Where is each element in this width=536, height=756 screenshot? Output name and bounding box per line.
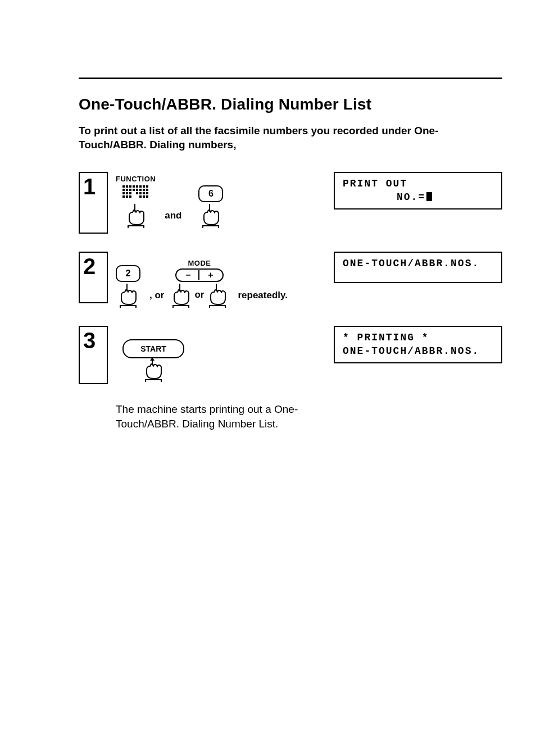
- display-line: ONE-TOUCH/ABBR.NOS.: [343, 345, 493, 358]
- step-1: 1 FUNCTION: [79, 172, 502, 234]
- press-hand-icon: [125, 202, 147, 228]
- svg-rect-13: [139, 189, 142, 191]
- display-line: PRINT OUT: [343, 177, 493, 190]
- svg-rect-14: [143, 189, 145, 191]
- cursor-icon: [426, 192, 432, 201]
- step-3: 3 START: [79, 326, 502, 384]
- svg-rect-8: [122, 189, 125, 191]
- key-6-group: 6: [198, 185, 223, 228]
- lcd-display-2: ONE-TOUCH/ABBR.NOS.: [334, 252, 502, 283]
- svg-rect-21: [143, 192, 145, 194]
- svg-rect-9: [126, 189, 128, 191]
- keypad-6: 6: [198, 185, 223, 202]
- display-line: NO.=: [343, 191, 493, 204]
- display-line: * PRINTING *: [343, 331, 493, 344]
- svg-rect-7: [146, 185, 148, 188]
- press-hand-icon: [142, 356, 165, 382]
- svg-rect-1: [126, 185, 128, 188]
- svg-rect-16: [122, 192, 125, 194]
- press-hand-icon: [199, 202, 222, 228]
- svg-rect-10: [129, 189, 131, 191]
- step-number: 1: [79, 172, 108, 234]
- function-label: FUNCTION: [116, 175, 156, 183]
- step-number: 3: [79, 326, 108, 384]
- result-text: The machine starts printing out a One-To…: [116, 402, 329, 431]
- mode-rocker: − +: [175, 268, 224, 282]
- svg-rect-23: [122, 195, 125, 198]
- lcd-display-3: * PRINTING * ONE-TOUCH/ABBR.NOS.: [334, 326, 502, 363]
- horizontal-rule: [79, 78, 502, 79]
- page-title: One-Touch/ABBR. Dialing Number List: [79, 95, 502, 113]
- step-number: 2: [79, 252, 108, 303]
- svg-rect-27: [143, 195, 145, 198]
- svg-rect-20: [139, 192, 142, 194]
- svg-rect-18: [129, 192, 131, 194]
- svg-rect-26: [139, 195, 142, 198]
- manual-page: One-Touch/ABBR. Dialing Number List To p…: [0, 0, 536, 756]
- press-hand-icon: [117, 282, 139, 308]
- press-hand-icon: [206, 282, 229, 308]
- conjunction-comma-or: , or: [149, 290, 164, 301]
- svg-rect-25: [129, 195, 131, 198]
- svg-rect-22: [146, 192, 148, 194]
- mode-minus: −: [178, 270, 199, 280]
- keypad-2: 2: [116, 265, 140, 282]
- lcd-display-1: PRINT OUT NO.=: [334, 172, 502, 210]
- mode-minus-group: MODE − +: [170, 259, 229, 308]
- svg-rect-24: [126, 195, 128, 198]
- repeatedly-text: repeatedly.: [238, 290, 288, 301]
- svg-rect-6: [143, 185, 145, 188]
- display-line: ONE-TOUCH/ABBR.NOS.: [343, 257, 493, 270]
- mode-plus: +: [201, 270, 221, 280]
- svg-rect-12: [136, 189, 138, 191]
- step-2: 2 2 , or: [79, 252, 502, 308]
- function-key-icon: [121, 184, 151, 201]
- svg-rect-19: [136, 192, 138, 194]
- start-key: START: [122, 339, 184, 358]
- start-key-group: START: [122, 339, 184, 382]
- mode-label: MODE: [188, 259, 211, 267]
- start-label: START: [140, 344, 166, 353]
- svg-rect-17: [126, 192, 128, 194]
- press-hand-icon: [170, 282, 192, 308]
- svg-rect-3: [133, 185, 135, 188]
- svg-rect-15: [146, 189, 148, 191]
- svg-rect-4: [136, 185, 138, 188]
- conjunction-and: and: [165, 210, 181, 221]
- key-2-group: 2: [116, 265, 140, 308]
- svg-rect-0: [122, 185, 125, 188]
- svg-rect-2: [129, 185, 131, 188]
- svg-rect-5: [139, 185, 142, 188]
- function-key-group: FUNCTION: [116, 175, 156, 228]
- svg-rect-11: [133, 189, 135, 191]
- svg-rect-28: [146, 195, 148, 198]
- intro-text: To print out a list of all the facsimile…: [79, 124, 502, 152]
- conjunction-or: or: [194, 289, 204, 300]
